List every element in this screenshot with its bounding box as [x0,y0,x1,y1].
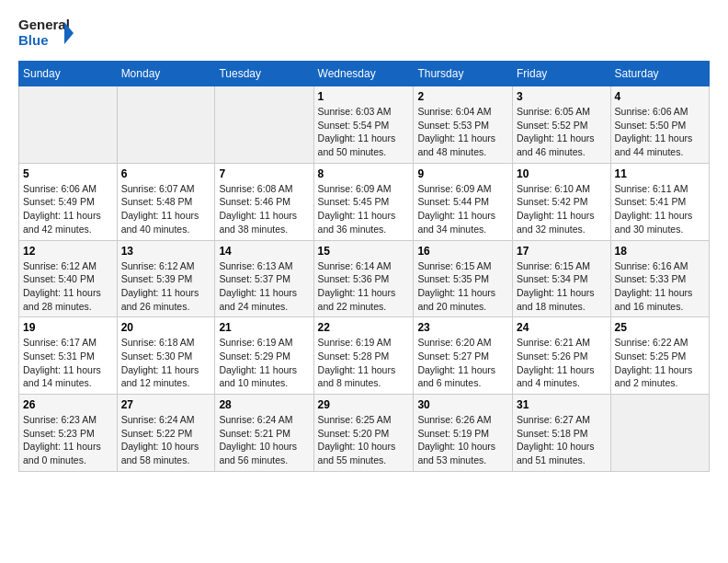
day-info: Sunrise: 6:05 AMSunset: 5:52 PMDaylight:… [517,105,607,159]
svg-text:General: General [18,17,70,32]
day-number: 9 [417,167,508,180]
day-info: Sunrise: 6:27 AMSunset: 5:18 PMDaylight:… [517,413,607,467]
day-number: 23 [417,321,508,334]
day-info: Sunrise: 6:11 AMSunset: 5:41 PMDaylight:… [615,182,705,236]
day-info: Sunrise: 6:26 AMSunset: 5:19 PMDaylight:… [417,413,508,467]
day-number: 1 [318,90,410,103]
calendar-cell: 28Sunrise: 6:24 AMSunset: 5:21 PMDayligh… [215,395,313,472]
weekday-header-wednesday: Wednesday [313,62,414,86]
day-number: 15 [318,245,410,258]
day-number: 14 [219,245,309,258]
day-info: Sunrise: 6:22 AMSunset: 5:25 PMDaylight:… [615,336,705,390]
svg-text:Blue: Blue [18,32,49,48]
day-number: 7 [219,167,309,180]
calendar-cell: 8Sunrise: 6:09 AMSunset: 5:45 PMDaylight… [313,163,414,240]
day-info: Sunrise: 6:24 AMSunset: 5:22 PMDaylight:… [121,413,211,467]
day-number: 2 [417,90,508,103]
day-info: Sunrise: 6:07 AMSunset: 5:48 PMDaylight:… [121,182,211,236]
calendar-cell: 30Sunrise: 6:26 AMSunset: 5:19 PMDayligh… [414,395,513,472]
weekday-header-row: SundayMondayTuesdayWednesdayThursdayFrid… [19,62,710,86]
day-number: 30 [417,398,508,411]
calendar-cell: 21Sunrise: 6:19 AMSunset: 5:29 PMDayligh… [215,317,313,395]
day-number: 3 [517,90,607,103]
header: GeneralBlue [18,15,710,52]
calendar-cell: 7Sunrise: 6:08 AMSunset: 5:46 PMDaylight… [215,163,313,240]
weekday-header-monday: Monday [117,62,215,86]
day-info: Sunrise: 6:09 AMSunset: 5:44 PMDaylight:… [417,182,508,236]
day-info: Sunrise: 6:12 AMSunset: 5:39 PMDaylight:… [121,259,211,314]
day-info: Sunrise: 6:23 AMSunset: 5:23 PMDaylight:… [23,413,113,467]
calendar-cell: 13Sunrise: 6:12 AMSunset: 5:39 PMDayligh… [117,240,215,317]
day-info: Sunrise: 6:18 AMSunset: 5:30 PMDaylight:… [121,336,211,390]
day-info: Sunrise: 6:20 AMSunset: 5:27 PMDaylight:… [417,336,508,390]
day-number: 4 [615,90,705,103]
calendar-cell: 5Sunrise: 6:06 AMSunset: 5:49 PMDaylight… [19,163,118,240]
weekday-header-sunday: Sunday [19,62,118,86]
calendar-cell [215,86,313,164]
calendar-cell: 1Sunrise: 6:03 AMSunset: 5:54 PMDaylight… [313,86,414,164]
day-number: 8 [318,167,410,180]
day-info: Sunrise: 6:16 AMSunset: 5:33 PMDaylight:… [615,259,705,314]
calendar-cell: 23Sunrise: 6:20 AMSunset: 5:27 PMDayligh… [414,317,513,395]
day-info: Sunrise: 6:06 AMSunset: 5:50 PMDaylight:… [615,105,705,159]
calendar-cell: 15Sunrise: 6:14 AMSunset: 5:36 PMDayligh… [313,240,414,317]
calendar-week-row: 12Sunrise: 6:12 AMSunset: 5:40 PMDayligh… [19,240,710,317]
day-number: 20 [121,321,211,334]
calendar-cell: 18Sunrise: 6:16 AMSunset: 5:33 PMDayligh… [610,240,709,317]
day-number: 27 [121,398,211,411]
day-info: Sunrise: 6:10 AMSunset: 5:42 PMDaylight:… [517,182,607,236]
day-number: 17 [517,245,607,258]
calendar-cell: 31Sunrise: 6:27 AMSunset: 5:18 PMDayligh… [512,395,610,472]
calendar-week-row: 5Sunrise: 6:06 AMSunset: 5:49 PMDaylight… [19,163,710,240]
weekday-header-saturday: Saturday [610,62,709,86]
calendar-table: SundayMondayTuesdayWednesdayThursdayFrid… [18,61,710,472]
day-info: Sunrise: 6:15 AMSunset: 5:35 PMDaylight:… [417,259,508,314]
day-info: Sunrise: 6:14 AMSunset: 5:36 PMDaylight:… [318,259,410,314]
day-number: 29 [318,398,410,411]
calendar-cell: 6Sunrise: 6:07 AMSunset: 5:48 PMDaylight… [117,163,215,240]
calendar-cell: 17Sunrise: 6:15 AMSunset: 5:34 PMDayligh… [512,240,610,317]
day-number: 6 [121,167,211,180]
calendar-cell: 19Sunrise: 6:17 AMSunset: 5:31 PMDayligh… [19,317,118,395]
calendar-cell: 26Sunrise: 6:23 AMSunset: 5:23 PMDayligh… [19,395,118,472]
calendar-cell: 9Sunrise: 6:09 AMSunset: 5:44 PMDaylight… [414,163,513,240]
day-info: Sunrise: 6:06 AMSunset: 5:49 PMDaylight:… [23,182,113,236]
day-number: 19 [23,321,113,334]
calendar-week-row: 19Sunrise: 6:17 AMSunset: 5:31 PMDayligh… [19,317,710,395]
calendar-cell: 16Sunrise: 6:15 AMSunset: 5:35 PMDayligh… [414,240,513,317]
calendar-cell: 4Sunrise: 6:06 AMSunset: 5:50 PMDaylight… [610,86,709,164]
weekday-header-friday: Friday [512,62,610,86]
day-info: Sunrise: 6:12 AMSunset: 5:40 PMDaylight:… [23,259,113,314]
day-info: Sunrise: 6:19 AMSunset: 5:28 PMDaylight:… [318,336,410,390]
calendar-cell: 3Sunrise: 6:05 AMSunset: 5:52 PMDaylight… [512,86,610,164]
calendar-cell [117,86,215,164]
day-number: 24 [517,321,607,334]
day-number: 26 [23,398,113,411]
day-number: 16 [417,245,508,258]
calendar-cell [610,395,709,472]
calendar-cell: 29Sunrise: 6:25 AMSunset: 5:20 PMDayligh… [313,395,414,472]
day-info: Sunrise: 6:13 AMSunset: 5:37 PMDaylight:… [219,259,309,314]
calendar-cell: 10Sunrise: 6:10 AMSunset: 5:42 PMDayligh… [512,163,610,240]
page-container: GeneralBlue SundayMondayTuesdayWednesday… [0,0,728,481]
day-number: 25 [615,321,705,334]
day-info: Sunrise: 6:25 AMSunset: 5:20 PMDaylight:… [318,413,410,467]
calendar-week-row: 26Sunrise: 6:23 AMSunset: 5:23 PMDayligh… [19,395,710,472]
day-info: Sunrise: 6:04 AMSunset: 5:53 PMDaylight:… [417,105,508,159]
logo: GeneralBlue [18,15,74,52]
calendar-cell: 25Sunrise: 6:22 AMSunset: 5:25 PMDayligh… [610,317,709,395]
day-info: Sunrise: 6:08 AMSunset: 5:46 PMDaylight:… [219,182,309,236]
day-info: Sunrise: 6:21 AMSunset: 5:26 PMDaylight:… [517,336,607,390]
day-number: 12 [23,245,113,258]
calendar-cell: 22Sunrise: 6:19 AMSunset: 5:28 PMDayligh… [313,317,414,395]
day-number: 10 [517,167,607,180]
calendar-cell [19,86,118,164]
day-number: 13 [121,245,211,258]
calendar-cell: 20Sunrise: 6:18 AMSunset: 5:30 PMDayligh… [117,317,215,395]
weekday-header-thursday: Thursday [414,62,513,86]
day-number: 22 [318,321,410,334]
calendar-cell: 12Sunrise: 6:12 AMSunset: 5:40 PMDayligh… [19,240,118,317]
calendar-cell: 2Sunrise: 6:04 AMSunset: 5:53 PMDaylight… [414,86,513,164]
day-info: Sunrise: 6:09 AMSunset: 5:45 PMDaylight:… [318,182,410,236]
calendar-cell: 27Sunrise: 6:24 AMSunset: 5:22 PMDayligh… [117,395,215,472]
